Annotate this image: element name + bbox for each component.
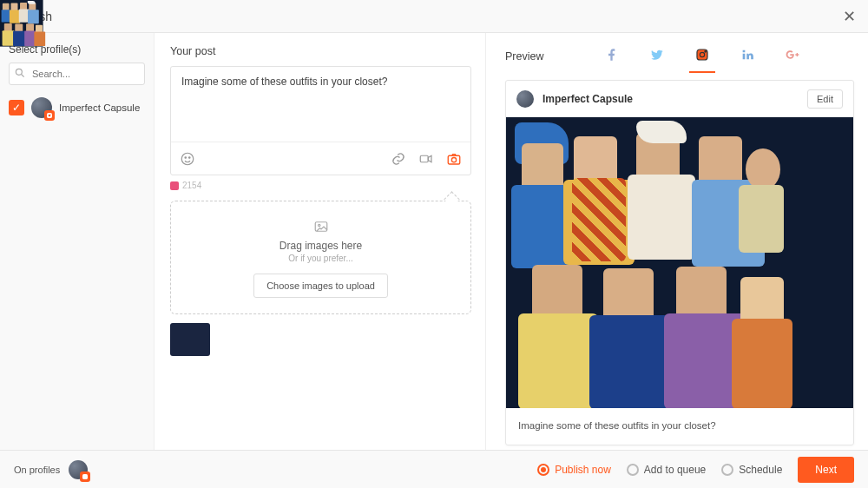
edit-button[interactable]: Edit — [807, 89, 843, 109]
dropzone-subtitle: Or if you prefer... — [180, 254, 462, 263]
radio-publish-now[interactable]: Publish now — [537, 464, 611, 476]
preview-caption: Imagine some of these outfits in your cl… — [506, 408, 853, 445]
char-count-value: 2154 — [182, 181, 201, 190]
preview-image — [506, 117, 853, 408]
card-avatar — [516, 90, 534, 108]
next-button[interactable]: Next — [798, 457, 854, 483]
search-icon — [14, 67, 26, 79]
image-icon — [313, 219, 329, 234]
emoji-icon[interactable] — [180, 151, 195, 167]
profile-sidebar: Select profile(s) ✓ Imperfect Capsule — [0, 33, 155, 450]
publish-modal: Publish ✕ Select profile(s) ✓ Imperfect … — [0, 0, 868, 488]
char-counter: 2154 — [170, 181, 471, 190]
dropzone-title: Drag images here — [180, 240, 462, 252]
profile-name: Imperfect Capsule — [59, 102, 140, 113]
svg-rect-9 — [448, 155, 460, 164]
modal-header: Publish ✕ — [0, 0, 868, 33]
compose-panel: Your post Imagine some of these outfits … — [155, 33, 486, 450]
tab-instagram[interactable] — [694, 45, 710, 68]
choose-images-button[interactable]: Choose images to upload — [253, 274, 388, 298]
svg-point-6 — [185, 156, 187, 158]
close-icon[interactable]: ✕ — [843, 7, 856, 26]
preview-header: Preview — [505, 45, 854, 68]
preview-panel: Preview Imperfect Capsule Edit — [486, 33, 868, 450]
radio-add-to-queue[interactable]: Add to queue — [627, 464, 706, 476]
svg-point-5 — [181, 153, 194, 165]
svg-point-4 — [50, 114, 51, 115]
svg-line-1 — [22, 75, 24, 77]
svg-point-10 — [451, 157, 456, 162]
post-textarea[interactable]: Imagine some of these outfits in your cl… — [171, 67, 470, 142]
footer-avatar[interactable] — [69, 460, 88, 479]
on-profiles-label: On profiles — [14, 465, 60, 475]
instagram-badge-icon — [80, 472, 90, 482]
card-header: Imperfect Capsule Edit — [506, 81, 853, 117]
svg-point-15 — [705, 51, 707, 53]
post-toolbar — [171, 142, 470, 175]
svg-point-12 — [318, 224, 319, 226]
tab-facebook[interactable] — [604, 45, 620, 68]
dropzone-wrap: Drag images here Or if you prefer... Cho… — [170, 201, 471, 314]
profile-checkbox[interactable]: ✓ — [9, 100, 24, 115]
svg-rect-8 — [420, 155, 428, 162]
radio-schedule[interactable]: Schedule — [721, 464, 782, 476]
svg-point-3 — [49, 115, 51, 117]
radio-label: Publish now — [555, 464, 611, 476]
network-tabs — [604, 45, 800, 68]
profile-avatar — [31, 97, 52, 118]
radio-label: Schedule — [739, 464, 782, 476]
on-profiles: On profiles — [14, 460, 88, 479]
tab-linkedin[interactable] — [740, 45, 755, 68]
compose-heading: Your post — [170, 45, 471, 57]
footer-actions: Publish now Add to queue Schedule Next — [537, 457, 854, 483]
tab-googleplus[interactable] — [785, 45, 800, 68]
radio-label: Add to queue — [644, 464, 706, 476]
svg-point-7 — [189, 156, 191, 158]
video-icon[interactable] — [418, 151, 434, 167]
search-input[interactable] — [9, 63, 145, 85]
svg-point-0 — [16, 69, 22, 75]
instagram-badge-icon — [44, 110, 55, 121]
profile-search — [9, 63, 145, 85]
post-box: Imagine some of these outfits in your cl… — [170, 66, 471, 175]
card-account-name: Imperfect Capsule — [542, 93, 633, 105]
timing-radios: Publish now Add to queue Schedule — [537, 464, 782, 476]
card-user: Imperfect Capsule — [516, 90, 633, 108]
profile-row[interactable]: ✓ Imperfect Capsule — [9, 94, 145, 122]
modal-footer: On profiles Publish now Add to queue Sch… — [0, 450, 868, 488]
svg-rect-16 — [82, 474, 88, 479]
uploaded-thumbnail[interactable] — [170, 323, 210, 356]
preview-card: Imperfect Capsule Edit — [505, 80, 854, 445]
preview-heading: Preview — [505, 50, 543, 63]
counter-indicator-icon — [170, 181, 179, 190]
link-icon[interactable] — [391, 151, 406, 167]
camera-icon[interactable] — [446, 151, 462, 167]
svg-point-14 — [700, 52, 705, 56]
tab-twitter[interactable] — [649, 45, 665, 68]
image-dropzone[interactable]: Drag images here Or if you prefer... Cho… — [170, 201, 471, 314]
modal-body: Select profile(s) ✓ Imperfect Capsule Yo… — [0, 33, 868, 450]
